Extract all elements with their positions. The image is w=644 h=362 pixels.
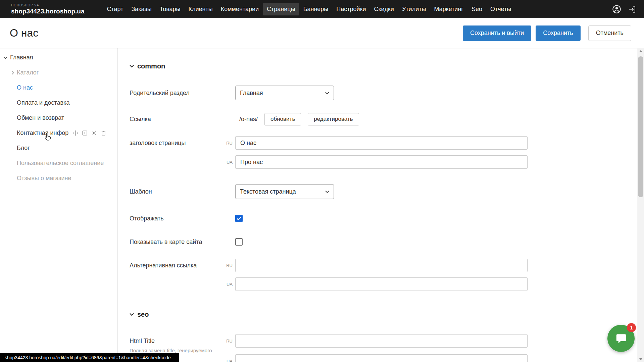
alt-link-ua-input[interactable] (235, 277, 528, 291)
sidebar-item-glavnaya[interactable]: Главная (0, 50, 117, 65)
menu-item-clients[interactable]: Клиенты (185, 3, 216, 15)
sidebar-item-label: Главная (10, 54, 33, 61)
lang-tag-ru: RU (223, 339, 233, 344)
select-value: Текстовая страница (240, 188, 296, 195)
add-page-icon[interactable] (82, 130, 88, 136)
sidebar-item-label: Оплата и доставка (17, 99, 69, 106)
menu-item-start[interactable]: Старт (103, 3, 127, 15)
field-label: Ссылка (130, 116, 235, 123)
chevron-down-icon (130, 65, 134, 67)
check-icon (237, 217, 241, 220)
trash-icon[interactable] (101, 130, 106, 136)
html-title-ua-input[interactable] (235, 354, 528, 362)
lang-tag-ua: UA (223, 359, 233, 362)
menu-item-banners[interactable]: Баннеры (300, 3, 332, 15)
sidebar-item-oplata-i-dostavka[interactable]: Оплата и доставка (0, 95, 117, 110)
logout-icon[interactable] (628, 5, 637, 14)
parent-section-select[interactable]: Главная (235, 86, 334, 100)
menu-item-seo[interactable]: Seo (468, 3, 486, 15)
parent-section-field: Родительский раздел Главная (130, 86, 644, 100)
sidebar-item-label: Блог (17, 145, 30, 152)
sidebar-item-label: Каталог (17, 69, 39, 76)
menu-item-comments[interactable]: Комментарии (217, 3, 262, 15)
field-label: Шаблон (130, 188, 235, 195)
field-label: заголовок страницы (130, 140, 235, 147)
template-select[interactable]: Текстовая страница (235, 184, 334, 199)
sidebar-item-katalog[interactable]: Каталог (0, 65, 117, 80)
section-common[interactable]: common (130, 61, 644, 71)
html-title-ua-field: UA (130, 354, 644, 362)
chat-bubble-icon (615, 332, 628, 345)
field-label: Родительский раздел (130, 90, 235, 97)
save-button[interactable]: Сохранить (536, 25, 580, 41)
alt-link-ru-input[interactable] (235, 259, 528, 272)
lang-tag-ua: UA (223, 282, 233, 287)
topbar: HOROSHOP V4 shop34423.horoshop.ua Старт … (0, 0, 644, 18)
sidebar-item-obmen-i-vozvrat[interactable]: Обмен и возврат (0, 110, 117, 125)
scroll-up-icon[interactable] (637, 50, 644, 52)
menu-item-products[interactable]: Товары (156, 3, 184, 15)
display-checkbox[interactable] (235, 215, 243, 222)
sidebar-item-label: О нас (17, 84, 33, 91)
menu-item-utilities[interactable]: Утилиты (398, 3, 430, 15)
sidebar-item-kontaktnaya-infor[interactable]: Контактная инфор (0, 125, 117, 141)
lang-tag-ua: UA (223, 160, 233, 165)
chat-badge: 1 (627, 323, 636, 332)
brand-version: HOROSHOP V4 (11, 4, 85, 7)
sidebar-item-blog[interactable]: Блог (0, 141, 117, 156)
menu-item-pages[interactable]: Страницы (263, 3, 299, 15)
link-refresh-button[interactable]: обновить (264, 113, 301, 125)
field-label: Показывать в карте сайта (130, 239, 235, 246)
page-title-ru-input[interactable] (235, 136, 528, 150)
chevron-down-icon[interactable] (3, 56, 7, 59)
sitemap-checkbox[interactable] (235, 238, 243, 246)
vertical-scrollbar[interactable] (637, 48, 644, 362)
alt-link-ru-field: Альтернативная ссылка RU (130, 259, 644, 272)
html-title-ru-input[interactable] (235, 334, 528, 348)
chat-widget-button[interactable]: 1 (607, 325, 635, 352)
field-label: Отображать (130, 215, 235, 222)
menu-item-marketing[interactable]: Маркетинг (430, 3, 467, 15)
page-body: Главная Каталог О нас Оплата и доставка … (0, 48, 644, 362)
field-label: Альтернативная ссылка (130, 262, 235, 269)
scroll-down-icon[interactable] (637, 358, 644, 360)
link-field: Ссылка /o-nas/ обновить редактировать (130, 113, 644, 125)
alt-link-ua-field: UA (130, 277, 644, 291)
link-path: /o-nas/ (235, 116, 258, 123)
select-value: Главная (240, 90, 263, 97)
sidebar-item-label: Пользовательское соглашение (17, 160, 104, 167)
menu-item-orders[interactable]: Заказы (128, 3, 155, 15)
brand-logo[interactable]: HOROSHOP V4 shop34423.horoshop.ua (11, 4, 85, 14)
gear-icon[interactable] (91, 130, 97, 136)
pages-tree-sidebar: Главная Каталог О нас Оплата и доставка … (0, 48, 118, 362)
tree-row-actions (72, 130, 106, 136)
cancel-button[interactable]: Отменить (588, 25, 631, 41)
menu-item-discounts[interactable]: Скидки (370, 3, 398, 15)
lang-tag-ru: RU (223, 141, 233, 146)
page-title-ua-input[interactable] (235, 155, 528, 169)
header-actions: Сохранить и выйти Сохранить Отменить (463, 25, 631, 41)
sidebar-item-otzyvy-o-magazine[interactable]: Отзывы о магазине (0, 171, 117, 186)
display-field: Отображать (130, 215, 644, 222)
sidebar-item-polzovatelskoe-soglashenie[interactable]: Пользовательское соглашение (0, 156, 117, 171)
save-and-exit-button[interactable]: Сохранить и выйти (463, 25, 531, 41)
sidebar-item-label: Контактная инфор (17, 130, 68, 137)
link-edit-button[interactable]: редактировать (308, 113, 359, 125)
chevron-right-icon[interactable] (11, 71, 14, 75)
account-icon[interactable] (612, 4, 622, 14)
page-title-ua-field: UA (130, 155, 644, 169)
menu-item-settings[interactable]: Настройки (333, 3, 369, 15)
scrollbar-thumb[interactable] (638, 56, 643, 197)
lang-tag-ru: RU (223, 263, 233, 268)
field-label: Html Title Полная замена title, генериру… (130, 338, 235, 345)
page-edit-form: common Родительский раздел Главная Ссылк… (118, 48, 644, 362)
section-seo[interactable]: seo (130, 309, 644, 319)
chevron-down-icon (130, 313, 134, 316)
chevron-down-icon (325, 191, 329, 193)
topbar-icons (612, 4, 638, 14)
html-title-ru-field: Html Title Полная замена title, генериру… (130, 334, 644, 348)
field-hint: Полная замена title, генерируемого (130, 348, 212, 353)
drag-move-icon[interactable] (72, 130, 78, 136)
menu-item-reports[interactable]: Отчеты (487, 3, 515, 15)
sidebar-item-o-nas[interactable]: О нас (0, 80, 117, 95)
